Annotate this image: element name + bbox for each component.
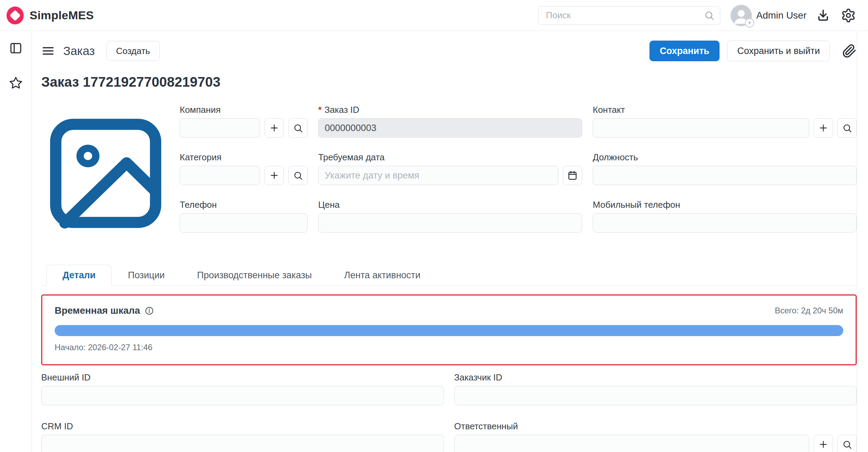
field-label: Цена: [318, 200, 582, 210]
field-label: Требуемая дата: [318, 152, 582, 162]
field-customer-id: Заказчик ID: [454, 372, 857, 405]
field-label: CRM ID: [41, 421, 444, 431]
brand-name: SimpleMES: [30, 9, 94, 22]
tab-production-orders[interactable]: Производственные заказы: [181, 265, 328, 286]
arrow-up-icon: [745, 18, 754, 28]
tab-activity-feed[interactable]: Лента активности: [328, 265, 437, 286]
timeline-panel: Временная шкала Всего: 2д 20ч 50м Начало…: [41, 294, 857, 365]
field-label: Внешний ID: [41, 372, 444, 383]
image-placeholder-icon: [41, 110, 170, 237]
responsible-input[interactable]: [454, 435, 810, 452]
field-category: Категория: [180, 152, 308, 185]
timeline-title: Временная шкала: [55, 305, 154, 316]
field-order-id: * Заказ ID: [318, 105, 582, 138]
field-label: Категория: [180, 152, 308, 162]
panel-left-icon[interactable]: [9, 42, 22, 55]
topbar: SimpleMES Admin User: [0, 0, 868, 31]
tab-line-items[interactable]: Позиции: [112, 265, 181, 286]
save-button[interactable]: Сохранить: [649, 41, 720, 61]
paperclip-icon[interactable]: [842, 44, 857, 58]
field-label: Ответственный: [454, 421, 857, 431]
timeline-total: Всего: 2д 20ч 50м: [775, 306, 843, 315]
field-position: Должность: [593, 152, 857, 185]
left-rail: [0, 31, 32, 452]
detail-tabs: Детали Позиции Производственные заказы Л…: [41, 265, 857, 286]
company-add-button[interactable]: [265, 118, 284, 138]
scrollbar-divider: [857, 31, 857, 452]
user-avatar[interactable]: [731, 5, 752, 26]
responsible-add-button[interactable]: [814, 435, 833, 452]
category-search-button[interactable]: [288, 166, 308, 185]
main-content: Заказ Создать Сохранить Сохранить и выйт…: [32, 31, 868, 452]
field-label: Телефон: [180, 200, 308, 210]
field-contact: Контакт: [593, 105, 857, 138]
contact-add-button[interactable]: [814, 118, 833, 138]
global-search: [538, 6, 720, 25]
field-label: * Заказ ID: [318, 105, 582, 115]
field-label: Мобильный телефон: [593, 200, 857, 210]
create-button[interactable]: Создать: [107, 41, 160, 61]
user-name: Admin User: [756, 10, 806, 21]
field-label: Компания: [180, 105, 308, 115]
simplemes-logo-icon: [6, 6, 24, 25]
timeline-start: Начало: 2026-02-27 11:46: [55, 343, 843, 352]
timeline-progress-bar: [55, 325, 843, 336]
hamburger-icon[interactable]: [41, 44, 55, 58]
field-required-date: Требуемая дата: [318, 152, 582, 185]
category-input[interactable]: [180, 166, 260, 185]
tab-details[interactable]: Детали: [46, 265, 112, 286]
contact-search-button[interactable]: [837, 118, 857, 138]
responsible-search-button[interactable]: [837, 435, 857, 452]
required-asterisk: *: [318, 105, 322, 115]
page-title: Заказ 177219277008219703: [41, 74, 857, 90]
field-label: Заказчик ID: [454, 372, 857, 383]
search-input[interactable]: [545, 10, 704, 21]
price-input[interactable]: [318, 213, 582, 233]
field-crm-id: CRM ID: [41, 421, 444, 452]
field-label: Должность: [593, 152, 857, 162]
toolbar-actions: Сохранить Сохранить и выйти: [649, 41, 857, 61]
phone-input[interactable]: [180, 213, 308, 233]
gear-icon[interactable]: [841, 8, 856, 23]
field-price: Цена: [318, 200, 582, 233]
crm-id-input[interactable]: [41, 435, 444, 452]
field-phone: Телефон: [180, 200, 308, 233]
field-mobile-phone: Мобильный телефон: [593, 200, 857, 233]
star-icon[interactable]: [9, 76, 23, 90]
details-form: Внешний ID Заказчик ID CRM ID Ответствен…: [41, 372, 857, 452]
save-and-exit-button[interactable]: Сохранить и выйти: [727, 41, 830, 61]
external-id-input[interactable]: [41, 386, 444, 405]
field-responsible: Ответственный: [454, 421, 857, 452]
record-toolbar: Заказ Создать Сохранить Сохранить и выйт…: [41, 41, 857, 61]
position-input[interactable]: [593, 166, 857, 185]
search-icon: [704, 10, 714, 21]
category-add-button[interactable]: [265, 166, 284, 185]
field-external-id: Внешний ID: [41, 372, 444, 405]
order-id-input[interactable]: [318, 118, 582, 138]
company-search-button[interactable]: [288, 118, 308, 138]
mobile-phone-input[interactable]: [593, 213, 857, 233]
contact-input[interactable]: [593, 118, 809, 138]
customer-id-input[interactable]: [454, 386, 857, 405]
required-date-input[interactable]: [318, 166, 558, 185]
field-label: Контакт: [593, 105, 857, 115]
header-form: Компания * Заказ ID: [41, 105, 857, 237]
download-icon[interactable]: [816, 8, 830, 22]
brand-logo: SimpleMES: [6, 6, 94, 25]
entity-title: Заказ: [63, 44, 95, 58]
company-input[interactable]: [180, 118, 260, 138]
field-company: Компания: [180, 105, 308, 138]
calendar-icon[interactable]: [563, 166, 582, 185]
info-icon[interactable]: [145, 306, 154, 315]
